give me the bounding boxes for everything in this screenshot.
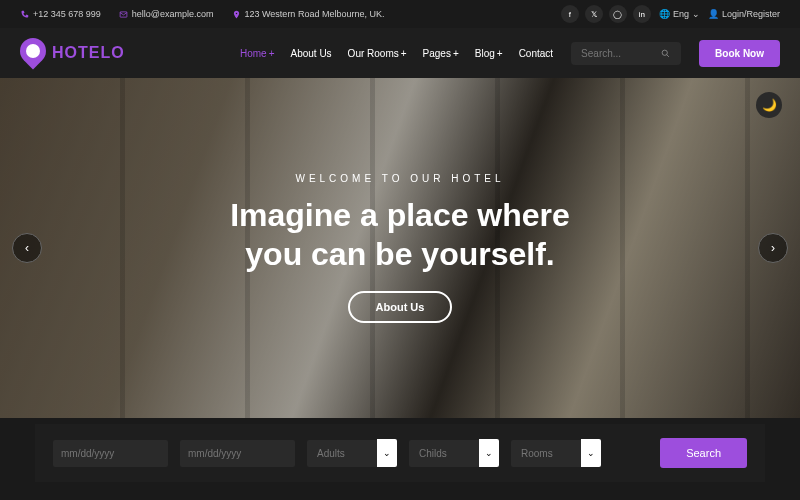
checkout-date-input[interactable] (180, 440, 295, 467)
phone-link[interactable]: +12 345 678 999 (20, 9, 101, 19)
plus-icon: + (401, 48, 407, 59)
next-slide-button[interactable]: › (758, 233, 788, 263)
address-text: 123 Western Road Melbourne, UK. (232, 9, 385, 19)
hero-title: Imagine a place where you can be yoursel… (230, 196, 570, 273)
dark-mode-toggle[interactable]: 🌙 (756, 92, 782, 118)
plus-icon: + (497, 48, 503, 59)
brand-name: HOTELO (52, 44, 125, 62)
hero-section: ‹ › WELCOME TO OUR HOTEL Imagine a place… (0, 78, 800, 418)
plus-icon: + (269, 48, 275, 59)
booking-bar: ⌄ ⌄ ⌄ Search (35, 424, 765, 482)
adults-select[interactable] (307, 440, 377, 467)
about-us-button[interactable]: About Us (348, 291, 453, 323)
topbar: +12 345 678 999 hello@example.com 123 We… (0, 0, 800, 28)
book-now-button[interactable]: Book Now (699, 40, 780, 67)
nav-pages[interactable]: Pages+ (423, 48, 459, 59)
linkedin-icon[interactable]: in (633, 5, 651, 23)
logo[interactable]: HOTELO (20, 38, 125, 68)
nav-about[interactable]: About Us (290, 48, 331, 59)
navbar: HOTELO Home+ About Us Our Rooms+ Pages+ … (0, 28, 800, 78)
chevron-down-icon: ⌄ (383, 448, 391, 458)
x-icon[interactable]: 𝕏 (585, 5, 603, 23)
search-box[interactable] (571, 42, 681, 65)
childs-select[interactable] (409, 440, 479, 467)
nav-rooms[interactable]: Our Rooms+ (348, 48, 407, 59)
globe-icon: 🌐 (659, 9, 670, 19)
instagram-icon[interactable]: ◯ (609, 5, 627, 23)
email-link[interactable]: hello@example.com (119, 9, 214, 19)
prev-slide-button[interactable]: ‹ (12, 233, 42, 263)
chevron-down-icon: ⌄ (692, 9, 700, 19)
checkin-date-input[interactable] (53, 440, 168, 467)
location-icon (232, 10, 241, 19)
chevron-left-icon: ‹ (25, 241, 29, 255)
svg-point-1 (662, 50, 667, 55)
rooms-dropdown-button[interactable]: ⌄ (581, 439, 601, 467)
nav-blog[interactable]: Blog+ (475, 48, 503, 59)
logo-icon (20, 38, 46, 68)
hero-subtitle: WELCOME TO OUR HOTEL (295, 173, 504, 184)
nav-contact[interactable]: Contact (519, 48, 553, 59)
nav-home[interactable]: Home+ (240, 48, 275, 59)
chevron-down-icon: ⌄ (587, 448, 595, 458)
moon-icon: 🌙 (762, 98, 777, 112)
search-icon (661, 49, 670, 58)
login-link[interactable]: 👤Login/Register (708, 9, 780, 19)
language-selector[interactable]: 🌐Eng⌄ (659, 9, 700, 19)
plus-icon: + (453, 48, 459, 59)
mail-icon (119, 10, 128, 19)
adults-dropdown-button[interactable]: ⌄ (377, 439, 397, 467)
phone-icon (20, 10, 29, 19)
chevron-down-icon: ⌄ (485, 448, 493, 458)
facebook-icon[interactable]: f (561, 5, 579, 23)
childs-dropdown-button[interactable]: ⌄ (479, 439, 499, 467)
rooms-select[interactable] (511, 440, 581, 467)
user-icon: 👤 (708, 9, 719, 19)
chevron-right-icon: › (771, 241, 775, 255)
search-input[interactable] (581, 48, 661, 59)
search-button[interactable]: Search (660, 438, 747, 468)
